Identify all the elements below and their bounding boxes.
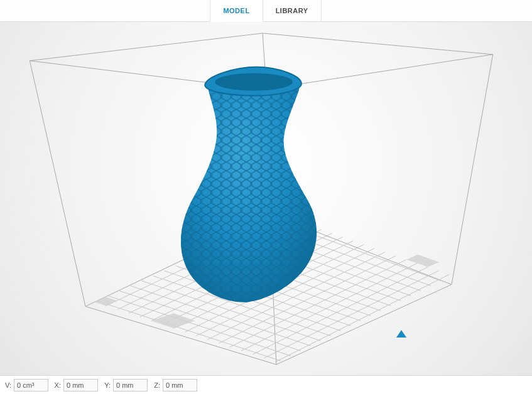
tab-bar: MODEL LIBRARY <box>0 0 532 22</box>
svg-line-0 <box>30 61 85 307</box>
status-x: X: <box>52 379 98 391</box>
volume-input[interactable] <box>14 379 48 391</box>
status-y: Y: <box>102 379 148 391</box>
z-input[interactable] <box>163 379 197 391</box>
tab-library[interactable]: LIBRARY <box>263 0 322 21</box>
y-label: Y: <box>102 381 111 389</box>
volume-label: V: <box>3 381 11 389</box>
svg-line-20 <box>275 275 449 363</box>
status-bar: V: X: Y: Z: <box>0 375 532 394</box>
orientation-triangle-icon[interactable] <box>396 330 406 338</box>
svg-line-19 <box>264 271 438 359</box>
svg-marker-40 <box>151 313 195 328</box>
tab-model[interactable]: MODEL <box>210 0 263 22</box>
viewport-3d[interactable] <box>0 22 532 375</box>
svg-line-2 <box>452 55 493 285</box>
y-input[interactable] <box>113 379 148 391</box>
status-volume: V: <box>3 379 48 391</box>
scene-svg <box>0 22 532 375</box>
svg-point-42 <box>215 73 293 91</box>
status-z: Z: <box>151 379 197 391</box>
x-input[interactable] <box>63 379 98 391</box>
z-label: Z: <box>151 381 160 389</box>
svg-marker-38 <box>95 297 117 306</box>
svg-line-22 <box>108 296 291 356</box>
svg-marker-39 <box>406 255 439 267</box>
x-label: X: <box>52 381 61 389</box>
model-vase[interactable] <box>181 67 317 302</box>
